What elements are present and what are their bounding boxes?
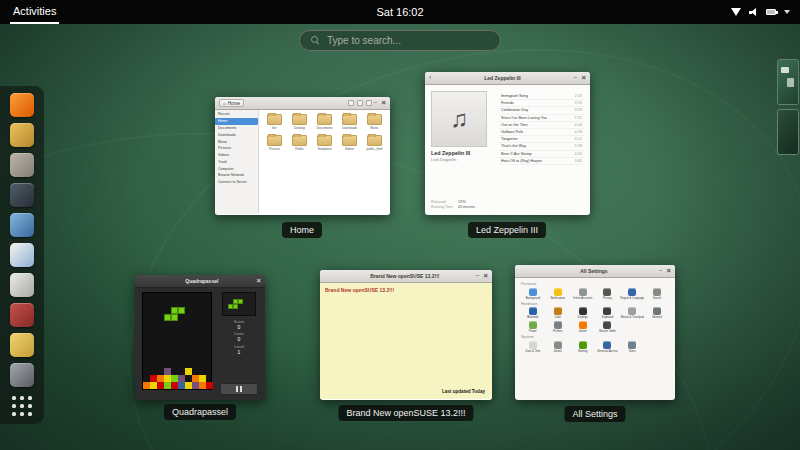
settings-item[interactable]: Online Accounts bbox=[571, 288, 595, 300]
sidebar-item[interactable]: Music bbox=[215, 138, 258, 145]
track-row[interactable]: Friends 3:55 bbox=[499, 100, 584, 107]
settings-item[interactable]: Search bbox=[645, 288, 669, 300]
close-icon[interactable]: × bbox=[257, 277, 261, 285]
track-row[interactable]: Immigrant Song 2:26 bbox=[499, 93, 584, 100]
folder-item[interactable]: Music bbox=[367, 114, 382, 130]
search-input[interactable]: Type to search... bbox=[299, 30, 501, 51]
sidebar-item[interactable]: Connect to Server bbox=[215, 179, 258, 186]
settings-item[interactable]: Keyboard bbox=[596, 307, 620, 319]
folder-item[interactable]: Pictures bbox=[267, 135, 282, 151]
window-label-note: Brand New openSUSE 13.2!!! bbox=[338, 405, 473, 421]
section-title: Personal bbox=[521, 282, 669, 286]
clock[interactable]: Sat 16:02 bbox=[376, 6, 423, 18]
track-row[interactable]: That's the Way 5:38 bbox=[499, 143, 584, 150]
minimize-icon[interactable]: − bbox=[476, 273, 480, 280]
sidebar-item[interactable]: Videos bbox=[215, 152, 258, 159]
block-cell bbox=[150, 368, 157, 375]
folder-item[interactable]: Downloads bbox=[342, 114, 358, 130]
settings-item[interactable]: Sharing bbox=[571, 341, 595, 353]
settings-item[interactable]: Region & Language bbox=[620, 288, 644, 300]
folder-icon bbox=[292, 135, 307, 146]
window-note[interactable]: Brand New openSUSE 13.2!!! − × Brand New… bbox=[320, 270, 492, 400]
writer-icon[interactable] bbox=[10, 243, 34, 267]
sidebar-item[interactable]: Recent bbox=[215, 111, 258, 118]
sidebar-item[interactable]: Pictures bbox=[215, 145, 258, 152]
path-button-home[interactable]: ⌂ Home bbox=[219, 99, 244, 108]
folder-item[interactable]: Videos bbox=[342, 135, 357, 151]
sidebar-item[interactable]: Trash bbox=[215, 158, 258, 165]
documents-icon[interactable] bbox=[10, 273, 34, 297]
pause-button[interactable] bbox=[220, 383, 258, 395]
window-quadrapassel[interactable]: Quadrapassel × Score bbox=[135, 275, 265, 400]
track-row[interactable]: Gallows Pole 4:58 bbox=[499, 129, 584, 136]
settings-item[interactable]: Printers bbox=[546, 321, 570, 333]
grid-view-button[interactable] bbox=[357, 100, 363, 106]
folder-item[interactable]: Documents bbox=[316, 114, 332, 130]
settings-item[interactable]: Power bbox=[521, 321, 545, 333]
folder-item[interactable]: bin bbox=[267, 114, 282, 130]
sidebar-item[interactable]: Home bbox=[215, 118, 258, 125]
settings-item[interactable]: Wacom Tablet bbox=[596, 321, 620, 333]
activities-button[interactable]: Activities bbox=[10, 0, 59, 24]
album-info-row: Running Time 43 minutes bbox=[431, 205, 493, 209]
settings-item[interactable]: Color bbox=[546, 307, 570, 319]
search-button[interactable] bbox=[348, 100, 354, 106]
folder-item[interactable]: Public bbox=[292, 135, 307, 151]
workspace-thumbnail-2[interactable] bbox=[778, 110, 798, 154]
track-row[interactable]: Out on the Tiles 4:04 bbox=[499, 122, 584, 129]
back-icon[interactable]: ‹ bbox=[429, 75, 431, 82]
utilities-icon[interactable] bbox=[10, 363, 34, 387]
settings-item[interactable]: Users bbox=[620, 341, 644, 353]
minimize-icon[interactable]: − bbox=[659, 268, 663, 275]
photos-icon[interactable] bbox=[10, 213, 34, 237]
menu-button[interactable] bbox=[366, 100, 372, 106]
settings-item-label: Region & Language bbox=[620, 297, 644, 300]
system-status-area[interactable] bbox=[731, 0, 790, 24]
window-settings[interactable]: All Settings − × Personal Background bbox=[515, 265, 675, 400]
sidebar-item[interactable]: Documents bbox=[215, 125, 258, 132]
window-files[interactable]: ⌂ Home − × Recent Home Documents Downloa… bbox=[215, 97, 390, 215]
folder-item[interactable]: public_html bbox=[366, 135, 382, 151]
track-row[interactable]: Since I've Been Loving You 7:25 bbox=[499, 115, 584, 122]
settings-item[interactable]: Date & Time bbox=[521, 341, 545, 353]
settings-item-label: Mouse & Touchpad bbox=[621, 316, 644, 319]
workspace-thumbnail-1[interactable] bbox=[778, 60, 798, 104]
close-icon[interactable]: × bbox=[667, 267, 671, 275]
minimize-icon[interactable]: − bbox=[574, 75, 578, 82]
block-cell bbox=[199, 382, 206, 389]
track-row[interactable]: Celebration Day 3:29 bbox=[499, 107, 584, 114]
sidebar-item[interactable]: Browse Network bbox=[215, 172, 258, 179]
settings-item[interactable]: Background bbox=[521, 288, 545, 300]
settings-item[interactable]: Universal Access bbox=[596, 341, 620, 353]
software-icon[interactable] bbox=[10, 303, 34, 327]
videos-icon[interactable] bbox=[10, 183, 34, 207]
close-icon[interactable]: × bbox=[382, 99, 386, 107]
settings-item[interactable]: Network bbox=[645, 307, 669, 319]
window-music[interactable]: ‹ Led Zeppelin III − × ♫ Led Zeppelin II… bbox=[425, 72, 590, 215]
settings-item[interactable]: Notifications bbox=[546, 288, 570, 300]
settings-item[interactable]: Privacy bbox=[596, 288, 620, 300]
settings-item-icon bbox=[579, 341, 587, 349]
minimize-icon[interactable]: − bbox=[374, 100, 378, 107]
settings-item[interactable]: Mouse & Touchpad bbox=[620, 307, 644, 319]
settings-item[interactable]: Bluetooth bbox=[521, 307, 545, 319]
settings-item[interactable]: Displays bbox=[571, 307, 595, 319]
folder-item[interactable]: Templates bbox=[317, 135, 332, 151]
settings-item-icon bbox=[603, 307, 611, 315]
sidebar-item[interactable]: Computer bbox=[215, 165, 258, 172]
track-row[interactable]: Bron-Y-Aur Stomp 4:20 bbox=[499, 151, 584, 158]
sidebar-item[interactable]: Downloads bbox=[215, 131, 258, 138]
section-title: Hardware bbox=[521, 302, 669, 306]
close-icon[interactable]: × bbox=[582, 74, 586, 82]
archive-manager-icon[interactable] bbox=[10, 333, 34, 357]
track-row[interactable]: Hats Off to (Roy) Harper 3:41 bbox=[499, 158, 584, 165]
evolution-icon[interactable] bbox=[10, 123, 34, 147]
show-applications-button[interactable] bbox=[10, 394, 34, 418]
folder-item[interactable]: Desktop bbox=[292, 114, 307, 130]
firefox-icon[interactable] bbox=[10, 93, 34, 117]
files-icon[interactable] bbox=[10, 153, 34, 177]
close-icon[interactable]: × bbox=[484, 272, 488, 280]
settings-item[interactable]: Sound bbox=[571, 321, 595, 333]
track-row[interactable]: Tangerine 3:12 bbox=[499, 136, 584, 143]
settings-item[interactable]: Details bbox=[546, 341, 570, 353]
